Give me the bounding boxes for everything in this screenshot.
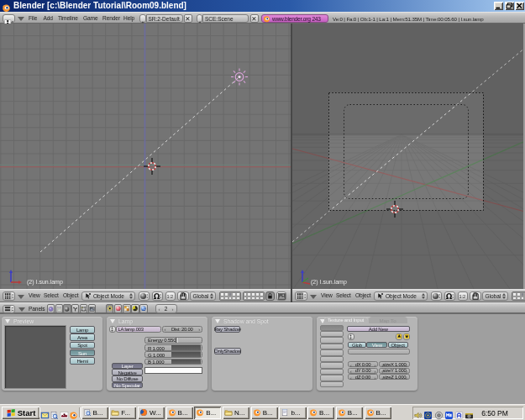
logic-context-button[interactable]	[47, 304, 55, 313]
texture-offset-x-field[interactable]: ‹dX 0.00›	[348, 361, 379, 367]
editing-context-button[interactable]	[80, 304, 87, 313]
viewport-menu-select[interactable]: Select	[336, 292, 356, 300]
tray-volume[interactable]	[413, 408, 423, 417]
window-type-button[interactable]	[3, 14, 15, 24]
shading-context-button[interactable]	[63, 304, 71, 313]
texture-size-z-field[interactable]: ‹sizeZ 1.000›	[379, 374, 410, 380]
increment-icon[interactable]: ›	[375, 363, 376, 368]
menu-render[interactable]: Render	[102, 15, 120, 21]
version-badge[interactable]: www.blender.org 243	[261, 14, 328, 23]
task-button-8[interactable]: B...	[307, 407, 334, 419]
collapse-header-icon[interactable]	[18, 307, 25, 312]
rgb-slider-knob[interactable]	[200, 360, 202, 365]
coords-view-button[interactable]: View	[366, 342, 387, 349]
texture-channel-down-button[interactable]	[403, 333, 411, 340]
proportional-edit-button[interactable]: 1:2	[165, 291, 176, 301]
no-specular-toggle[interactable]: No Specular	[112, 382, 143, 389]
viewport-menu-object[interactable]: Object	[63, 292, 83, 300]
decrement-icon[interactable]: ‹	[350, 363, 352, 368]
rgb-slider-g[interactable]: G 1.000	[144, 351, 202, 358]
screen-selector-field[interactable]: SR:2-Default	[146, 14, 183, 23]
task-button-5[interactable]: N...	[223, 407, 249, 419]
texture-browse-button[interactable]	[348, 333, 354, 340]
task-button-4[interactable]: B...	[194, 407, 221, 419]
layer-toggle[interactable]: Layer	[112, 363, 143, 370]
coords-object-name-field[interactable]	[348, 349, 410, 354]
decrement-icon[interactable]: ‹	[165, 327, 166, 332]
rgb-slider-knob[interactable]	[200, 352, 202, 357]
scene-context-button[interactable]	[88, 304, 96, 313]
lamp-type-hemi-button[interactable]: Hemi	[70, 357, 95, 365]
texture-channel-slot[interactable]	[320, 337, 344, 343]
script-context-button[interactable]	[55, 304, 63, 313]
decrement-icon[interactable]: ‹	[381, 375, 383, 381]
texture-channel-slot[interactable]	[320, 349, 344, 355]
texture-channel-up-button[interactable]	[396, 333, 403, 340]
object-context-button[interactable]	[71, 304, 79, 313]
lamp-browse-button[interactable]	[109, 326, 116, 333]
viewport-front[interactable]: (2) I.sun.lamp	[0, 24, 291, 289]
sun-lamp-object[interactable]	[231, 69, 248, 86]
tab-map-to[interactable]: Map To	[369, 317, 407, 323]
editor-type-button[interactable]	[295, 291, 307, 301]
minimize-button[interactable]	[494, 2, 503, 10]
editor-type-button[interactable]	[3, 291, 15, 301]
task-button-0[interactable]: B...	[81, 407, 108, 419]
viewport-camera[interactable]: (2) I.sun.lamp	[292, 24, 525, 289]
viewport-shading-button[interactable]	[139, 291, 150, 301]
collapse-menu-icon[interactable]	[18, 17, 24, 21]
mode-dropdown[interactable]: Object Mode	[374, 291, 428, 301]
scene-selector-field[interactable]: SCE:Scene	[202, 14, 249, 23]
task-button-7[interactable]: b...	[279, 407, 306, 419]
add-new-texture-button[interactable]: Add New	[347, 326, 411, 333]
layer-cell[interactable]	[260, 297, 264, 301]
increment-icon[interactable]: ›	[198, 327, 200, 332]
lamp-color-swatch[interactable]	[144, 367, 202, 375]
quick-launch-blender[interactable]	[69, 408, 78, 417]
increment-icon[interactable]: ›	[406, 375, 407, 381]
viewport-menu-object[interactable]: Object	[355, 292, 375, 300]
task-button-1[interactable]: F...	[109, 407, 136, 419]
tray-agent[interactable]	[454, 408, 464, 417]
energy-slider-knob[interactable]	[176, 338, 179, 343]
viewport-shading-button[interactable]	[431, 291, 442, 301]
tray-network-blue[interactable]	[423, 408, 433, 417]
no-diffuse-toggle[interactable]: No Diffuse	[112, 375, 143, 382]
layer-buttons-group1[interactable]	[512, 291, 525, 301]
tab-texture-and-input[interactable]: Texture and Input	[324, 317, 368, 324]
pivot-dropdown[interactable]: Ω	[444, 291, 455, 301]
texture-size-y-field[interactable]: ‹sizeY 1.000›	[379, 368, 410, 374]
lamp-subcontext-button[interactable]	[106, 304, 114, 313]
task-button-2[interactable]: W...	[138, 407, 165, 419]
title-bar[interactable]: Blender [c:\Blender Tutorial\Room09.blen…	[0, 0, 525, 12]
menu-add[interactable]: Add	[44, 15, 53, 21]
rgb-slider-b[interactable]: B 1.000	[144, 359, 202, 365]
frame-decrement-icon[interactable]: ‹	[159, 307, 160, 312]
task-button-9[interactable]: B...	[336, 407, 363, 419]
panel-collapse-icon[interactable]	[5, 319, 10, 323]
coords-glob-button[interactable]: Glob	[348, 342, 366, 349]
task-button-3[interactable]: B...	[166, 407, 193, 419]
decrement-icon[interactable]: ‹	[381, 363, 383, 368]
texture-channel-slot[interactable]	[320, 362, 344, 368]
menu-timeline[interactable]: Timeline	[58, 15, 78, 21]
panel-collapse-icon[interactable]	[215, 319, 220, 323]
lamp-type-area-button[interactable]: Area	[70, 333, 95, 341]
texture-offset-z-field[interactable]: ‹dZ 0.00›	[348, 374, 379, 380]
texture-channel-slot[interactable]	[320, 369, 344, 375]
menu-file[interactable]: File	[29, 15, 37, 21]
collapse-header-icon[interactable]	[310, 295, 317, 299]
task-button-10[interactable]: B...	[365, 407, 391, 419]
texture-offset-y-field[interactable]: ‹dY 0.00›	[348, 368, 379, 374]
start-button[interactable]: Start	[2, 407, 39, 419]
world-subcontext-button[interactable]	[139, 304, 148, 313]
scene-delete-button[interactable]: ✕	[250, 14, 259, 23]
texture-size-x-field[interactable]: ‹sizeX 1.000›	[379, 361, 410, 367]
only-shadow-toggle[interactable]: OnlyShadow	[214, 348, 241, 354]
rgb-slider-knob[interactable]	[200, 345, 202, 350]
ray-shadow-toggle[interactable]: Ray Shadow	[215, 326, 241, 333]
texture-channel-slot[interactable]	[320, 356, 344, 362]
negative-toggle[interactable]: Negative	[112, 369, 143, 375]
orientation-dropdown[interactable]: Global	[482, 291, 508, 301]
viewport-menu-select[interactable]: Select	[44, 292, 64, 300]
